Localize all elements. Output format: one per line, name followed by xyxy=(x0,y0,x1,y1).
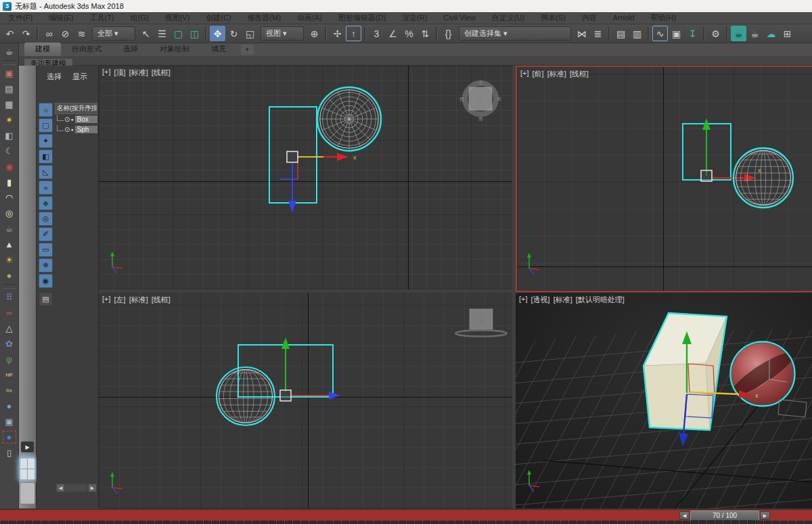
tab-populate[interactable]: 填充 xyxy=(200,43,237,56)
tab-selection[interactable]: 选择 xyxy=(112,43,149,56)
layout-expander-button[interactable]: ▶ xyxy=(21,442,34,452)
bind-to-space-warp-icon[interactable]: ≋ xyxy=(74,26,89,41)
box-primitive-icon[interactable]: ▮ xyxy=(1,174,18,190)
grass-icon[interactable]: ψ xyxy=(1,352,18,367)
scroll-left-button[interactable]: ◀ xyxy=(56,483,65,492)
viewport-label-part[interactable]: [标准] xyxy=(554,295,572,305)
film-reel-icon[interactable]: ◉ xyxy=(1,159,18,174)
edit-named-selections-icon[interactable]: {} xyxy=(441,26,456,41)
scene-object-row[interactable]: ⊙ ● Sph xyxy=(55,124,97,135)
schematic-view-icon[interactable]: ▣ xyxy=(669,26,684,41)
use-pivot-center-icon[interactable]: ⊕ xyxy=(307,26,322,41)
layout-preset-single-button[interactable] xyxy=(20,482,35,504)
tab-freeform[interactable]: 自由形式 xyxy=(61,43,112,56)
filter-hidden-icon[interactable]: ◉ xyxy=(39,274,53,288)
time-slider-handle[interactable]: 70 / 100 xyxy=(690,510,759,521)
reference-coordinate-dropdown[interactable]: 视图 ▾ xyxy=(261,26,304,41)
viewport-label-part[interactable]: [线框] xyxy=(152,68,171,78)
menu-item[interactable]: 帮助(H) xyxy=(643,12,684,24)
flower-icon[interactable]: ✿ xyxy=(1,336,18,352)
filter-lights-icon[interactable]: ✦ xyxy=(39,134,53,148)
rendered-image-icon[interactable]: ▣ xyxy=(1,66,18,81)
viewport-label-part[interactable]: [左] xyxy=(114,295,126,305)
menu-item[interactable]: 渲染(R) xyxy=(394,12,435,24)
scene-menu-select[interactable]: 选择 xyxy=(47,72,62,82)
scene-menu-display[interactable]: 显示 xyxy=(72,72,87,82)
viewport-top[interactable]: [+][顶][标准][线框] x xyxy=(99,66,512,289)
mirror-icon[interactable]: ⋈ xyxy=(574,26,589,41)
viewport-label-part[interactable]: [线框] xyxy=(152,295,171,305)
viewport-layout-icon[interactable]: ⊞ xyxy=(780,26,795,41)
select-and-scale-icon[interactable]: ◱ xyxy=(242,26,258,41)
named-selection-sets-dropdown[interactable]: 创建选择集 ▾ xyxy=(459,26,571,41)
blue-sphere-icon[interactable]: ● xyxy=(1,398,18,414)
viewport-label-part[interactable]: [+] xyxy=(102,295,111,305)
track-bar[interactable] xyxy=(0,521,812,524)
viewport-label-part[interactable]: [顶] xyxy=(114,68,126,78)
name-column-header[interactable]: 名称(按升序排 xyxy=(55,103,97,114)
render-production-icon[interactable]: ☕ xyxy=(747,26,763,41)
percent-snap-icon[interactable]: % xyxy=(401,26,417,41)
render-setup-icon[interactable]: ⚙ xyxy=(708,26,723,41)
filter-display-none-icon[interactable]: ○ xyxy=(39,103,53,117)
next-frame-button[interactable]: ▶ xyxy=(760,511,770,520)
menu-item[interactable]: 工具(T) xyxy=(82,12,122,24)
menu-item[interactable]: 图形编辑器(D) xyxy=(330,12,394,24)
menu-item[interactable]: 自定义(U) xyxy=(484,12,533,24)
menu-item[interactable]: 动画(A) xyxy=(289,12,330,24)
sun-light-icon[interactable]: ☀ xyxy=(1,252,18,268)
viewcube[interactable]: 北 南 西 东 上 xyxy=(459,78,502,124)
move-gizmo[interactable]: x xyxy=(280,151,357,212)
viewcube[interactable]: 左 xyxy=(453,308,509,344)
select-by-name-icon[interactable]: ☰ xyxy=(154,26,170,41)
time-slider-bar[interactable]: ◀ 70 / 100 ▶ xyxy=(0,509,812,521)
dashed-sphere-icon[interactable]: ● xyxy=(3,431,16,444)
select-and-rotate-icon[interactable]: ↻ xyxy=(226,26,242,41)
redo-icon[interactable]: ↷ xyxy=(18,26,34,41)
keyboard-override-icon[interactable]: ↑ xyxy=(346,26,361,41)
scene-explorer-toggle-icon[interactable]: ▤ xyxy=(613,26,629,41)
viewport-left[interactable]: [+][左][标准][线框] 左 xyxy=(99,293,512,508)
menu-item[interactable]: 组(G) xyxy=(122,12,157,24)
rendered-frame-window-icon[interactable]: ☕ xyxy=(731,26,746,41)
light-lister-icon[interactable]: ✶ xyxy=(1,112,18,128)
curve-editor-icon[interactable]: ∿ xyxy=(652,26,668,41)
viewport-label-part[interactable]: [默认明暗处理] xyxy=(576,295,625,305)
clipboard-icon[interactable]: ▯ xyxy=(1,445,18,460)
select-and-move-icon[interactable]: ✥ xyxy=(210,26,225,41)
filter-spacewarps-icon[interactable]: ≈ xyxy=(39,181,53,195)
teapot-render-icon[interactable]: ☕ xyxy=(1,44,18,59)
moon-icon[interactable]: ☾ xyxy=(1,143,18,159)
sphere-primitive-icon[interactable]: ● xyxy=(1,268,18,283)
hair-fur-icon[interactable]: HF xyxy=(1,367,18,383)
viewport-label-part[interactable]: [+] xyxy=(520,69,529,79)
menu-item[interactable]: Arnold xyxy=(605,12,643,24)
filter-geometry-icon[interactable]: ◆ xyxy=(39,196,53,210)
spinner-snap-icon[interactable]: ⇅ xyxy=(418,26,433,41)
snaps-toggle-icon[interactable]: 3 xyxy=(369,26,384,41)
render-in-cloud-icon[interactable]: ☁ xyxy=(763,26,779,41)
menu-item[interactable]: 编辑(E) xyxy=(41,12,82,24)
filter-bones-icon[interactable]: ✐ xyxy=(39,227,53,241)
select-object-icon[interactable]: ↖ xyxy=(138,26,154,41)
scene-list-icon[interactable]: ▤ xyxy=(1,81,18,97)
spreadsheet-icon[interactable]: ▦ xyxy=(1,97,18,112)
filter-list-icon[interactable]: ▤ xyxy=(39,292,53,306)
viewport-front[interactable]: [+][前][标准][线框] x xyxy=(516,66,812,292)
dome-primitive-icon[interactable]: ◠ xyxy=(1,190,18,206)
menu-item[interactable]: 创建(C) xyxy=(198,12,239,24)
molecule-icon[interactable]: ∞ xyxy=(1,305,18,320)
viewport-label-part[interactable]: [透视] xyxy=(531,295,550,305)
viewport-label-part[interactable]: [标准] xyxy=(129,295,148,305)
filter-cameras-icon[interactable]: ◧ xyxy=(39,149,53,164)
skin-pyramid-icon[interactable]: △ xyxy=(1,320,18,336)
align-icon[interactable]: ≣ xyxy=(590,26,606,41)
frozen-dot-icon[interactable]: ● xyxy=(70,127,73,132)
eye-icon[interactable]: ⊙ xyxy=(64,116,70,123)
menu-item[interactable]: 修改器(M) xyxy=(240,12,290,24)
selection-filter-dropdown[interactable]: 全部 ▾ xyxy=(92,26,135,41)
sphere-object-top[interactable] xyxy=(317,87,381,151)
angle-snap-icon[interactable]: ∠ xyxy=(385,26,401,41)
scroll-right-button[interactable]: ▶ xyxy=(88,483,97,492)
viewport-label-part[interactable]: [标准] xyxy=(129,68,148,78)
